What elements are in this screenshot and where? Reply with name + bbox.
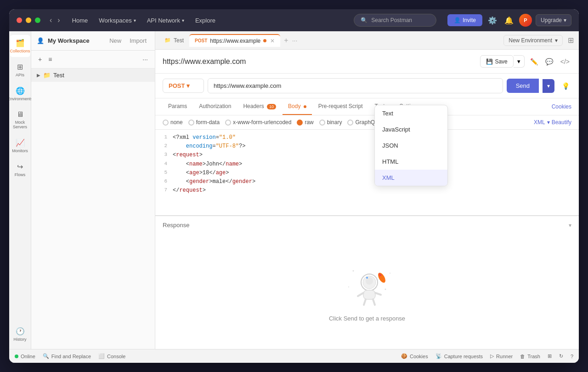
notifications-icon[interactable]: 🔔 (503, 14, 515, 27)
grid-status[interactable]: ⊞ (548, 353, 552, 359)
environment-selector[interactable]: New Environment ▾ (503, 35, 563, 46)
tab-add-button[interactable]: + (282, 34, 290, 46)
send-button[interactable]: Send (507, 79, 539, 93)
code-icon[interactable]: </> (559, 56, 571, 67)
minimize-button[interactable] (26, 17, 31, 23)
option-raw[interactable]: raw (297, 119, 313, 126)
tab-pre-request-script[interactable]: Pre-request Script (313, 98, 368, 115)
request-url-title: https://www.example.com (163, 57, 246, 66)
dropdown-item-json[interactable]: JSON (375, 137, 447, 154)
response-header[interactable]: Response ▾ (155, 215, 579, 234)
home-nav[interactable]: Home (68, 14, 93, 27)
sidebar-item-collections[interactable]: 🗂️ Collections (10, 35, 30, 57)
workspaces-nav[interactable]: Workspaces ▾ (94, 14, 140, 27)
trash-label: Trash (527, 354, 540, 359)
forward-button[interactable]: › (56, 15, 62, 25)
cookies-link[interactable]: Cookies (552, 103, 571, 110)
flows-icon: ↪ (17, 162, 23, 171)
lightbulb-icon[interactable]: 💡 (560, 80, 571, 92)
search-bar[interactable]: 🔍 Search Postman (354, 14, 436, 27)
save-chevron-button[interactable]: ▾ (514, 55, 525, 68)
dropdown-item-javascript[interactable]: JavaScript (375, 121, 447, 137)
find-replace-item[interactable]: 🔍 Find and Replace (43, 353, 91, 359)
grid-icon: ⊞ (548, 353, 552, 359)
request-tabs-row: Params Authorization Headers 10 Body Pre… (155, 98, 579, 115)
capture-status[interactable]: 📡 Capture requests (435, 353, 483, 359)
edit-icon[interactable]: ✏️ (528, 56, 540, 67)
layout-icon[interactable]: ⊞ (566, 34, 575, 46)
request-header: https://www.example.com 💾 Save ▾ ✏️ 💬 </… (155, 50, 579, 74)
more-toolbar-button[interactable]: ··· (141, 54, 149, 64)
find-icon: 🔍 (43, 353, 49, 359)
dropdown-item-html[interactable]: HTML (375, 154, 447, 170)
filter-toolbar-button[interactable]: ≡ (47, 54, 53, 64)
sidebar-item-flows[interactable]: ↪ Flows (10, 159, 30, 181)
request-area: https://www.example.com 💾 Save ▾ ✏️ 💬 </… (155, 50, 579, 349)
tab-close-icon[interactable]: ✕ (270, 38, 275, 44)
send-chevron-button[interactable]: ▾ (543, 79, 554, 93)
add-toolbar-button[interactable]: + (37, 54, 43, 64)
tab-more-button[interactable]: ··· (290, 35, 300, 46)
trash-status[interactable]: 🗑 Trash (520, 353, 540, 359)
tab-test-inactive[interactable]: 📁 Test (159, 34, 189, 46)
help-status[interactable]: ? (571, 353, 573, 359)
status-right: 🍪 Cookies 📡 Capture requests ▷ Runner 🗑 … (401, 353, 573, 359)
upgrade-button[interactable]: Upgrade ▾ (536, 14, 571, 26)
save-button[interactable]: 💾 Save (480, 55, 513, 68)
dropdown-item-text[interactable]: Text (375, 105, 447, 121)
import-button[interactable]: Import (127, 36, 149, 46)
comment-icon[interactable]: 💬 (543, 56, 555, 67)
option-x-www-form-urlencoded[interactable]: x-www-form-urlencoded (225, 119, 291, 126)
tab-bar: 📁 Test POST https://www.example ✕ + ··· … (155, 31, 579, 50)
sidebar-item-mock-servers[interactable]: 🖥 Mock Servers (10, 107, 30, 133)
api-network-chevron-icon: ▾ (182, 18, 184, 23)
console-item[interactable]: ⬜ Console (98, 353, 125, 359)
new-collection-button[interactable]: New (107, 36, 124, 46)
tab-method-badge: POST (195, 38, 207, 43)
avatar[interactable]: P (519, 14, 532, 27)
sidebar-label-apis: APIs (16, 73, 24, 77)
format-dropdown: Text JavaScript JSON HTML XML (374, 105, 448, 186)
xml-format-selector[interactable]: XML ▾ (534, 119, 550, 126)
option-binary[interactable]: binary (319, 119, 342, 126)
settings-icon[interactable]: ⚙️ (486, 14, 499, 27)
sync-status[interactable]: ↻ (559, 353, 563, 359)
option-none[interactable]: none (163, 119, 183, 126)
maximize-button[interactable] (35, 17, 40, 23)
api-network-nav[interactable]: API Network ▾ (142, 14, 189, 27)
console-label: Console (107, 354, 125, 359)
sidebar-item-history[interactable]: 🕐 History (10, 323, 30, 345)
sidebar-item-monitors[interactable]: 📈 Monitors (10, 135, 30, 157)
headers-badge: 10 (267, 104, 276, 109)
online-label: Online (21, 354, 35, 359)
tab-headers[interactable]: Headers 10 (237, 98, 282, 115)
tab-authorization[interactable]: Authorization (193, 98, 237, 115)
sidebar-item-apis[interactable]: ⊞ APIs (10, 59, 30, 81)
invite-button[interactable]: 👤 Invite (447, 14, 482, 26)
collections-icon: 🗂️ (16, 39, 25, 47)
option-form-data[interactable]: form-data (188, 119, 220, 126)
svg-point-13 (348, 286, 349, 287)
code-editor[interactable]: 1 <?xml version="1.0" 2 encoding="UTF-8"… (155, 130, 579, 215)
close-button[interactable] (17, 17, 22, 23)
invite-icon: 👤 (454, 17, 461, 23)
explore-nav[interactable]: Explore (191, 14, 220, 27)
panel-toolbar: + ≡ ··· (31, 51, 155, 69)
tab-test-active[interactable]: POST https://www.example ✕ (189, 34, 280, 47)
back-button[interactable]: ‹ (48, 15, 54, 25)
tab-params[interactable]: Params (163, 98, 192, 115)
dropdown-item-xml[interactable]: XML (375, 170, 447, 186)
option-graphql[interactable]: GraphQL (347, 119, 378, 126)
code-line-5: 5 <age>18</age> (155, 169, 579, 177)
status-online[interactable]: Online (15, 354, 35, 359)
beautify-button[interactable]: Beautify (552, 119, 571, 126)
tab-body[interactable]: Body (283, 98, 312, 115)
runner-icon: ▷ (490, 353, 494, 359)
panel-actions: New Import (107, 36, 149, 46)
cookies-status[interactable]: 🍪 Cookies (401, 353, 428, 359)
url-input[interactable] (208, 78, 503, 93)
method-selector[interactable]: POST ▾ (163, 79, 204, 93)
tree-item-test[interactable]: ▶ 📁 Test (31, 69, 155, 82)
sidebar-item-environments[interactable]: 🌐 Environments (10, 83, 30, 105)
runner-status[interactable]: ▷ Runner (490, 353, 513, 359)
